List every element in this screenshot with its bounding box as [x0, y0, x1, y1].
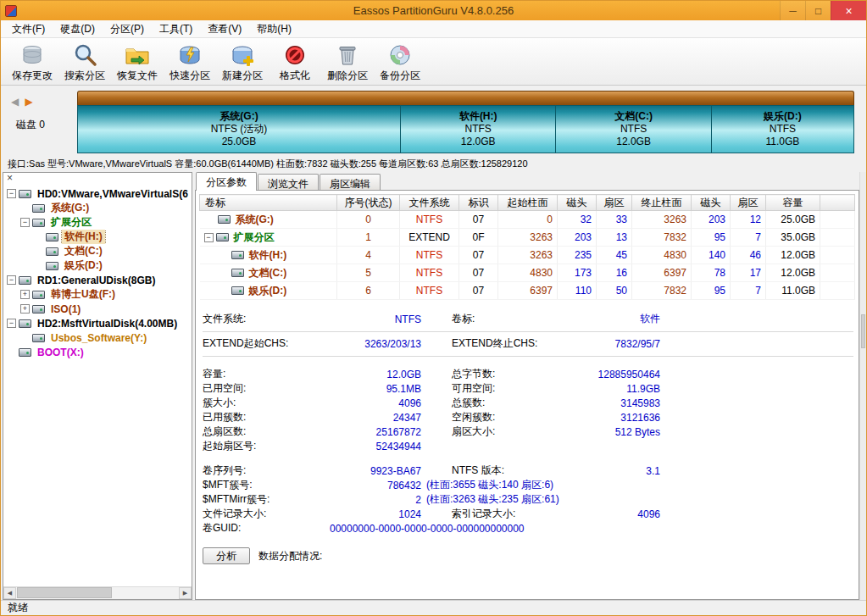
toolbar-delete-partition-button[interactable]: 删除分区: [321, 40, 374, 85]
tree-item-rd1[interactable]: −RD1:GeneralUDisk(8GB): [3, 273, 192, 287]
expander-icon[interactable]: +: [20, 304, 30, 314]
save-icon: [19, 42, 45, 68]
overview-partition-0[interactable]: 系统(G:)NTFS (活动)25.0GB: [78, 106, 401, 153]
analyze-button[interactable]: 分析: [203, 547, 250, 564]
expander-icon[interactable]: −: [20, 218, 30, 227]
detail-label: EXTEND终止CHS:: [452, 336, 579, 351]
scroll-right-icon[interactable]: ▶: [179, 587, 192, 599]
detail-value: 00000000-0000-0000-0000-000000000000: [328, 523, 859, 535]
table-cell: 3263: [498, 229, 558, 247]
overview-partition-3[interactable]: 娱乐(D:)NTFS11.0GB: [712, 106, 853, 153]
toolbar-search-partition-button[interactable]: 搜索分区: [58, 40, 111, 85]
table-cell: NTFS: [400, 247, 459, 264]
table-cell: 12: [731, 211, 766, 229]
toolbar-format-button[interactable]: 格式化: [269, 40, 321, 85]
table-cell: 12.0GB: [766, 264, 820, 282]
detail-value-extra: (柱面:3655 磁头:140 扇区:6): [421, 478, 859, 492]
tree-horizontal-scrollbar[interactable]: ◀ ▶: [3, 586, 192, 599]
column-header-4: 起始柱面: [498, 195, 558, 211]
expander-icon[interactable]: −: [7, 275, 16, 285]
tab-sector-edit[interactable]: 扇区编辑: [320, 174, 381, 191]
detail-label: EXTEND起始CHS:: [203, 336, 328, 351]
partition-name-cell: 软件(H:): [200, 247, 337, 264]
right-splitter[interactable]: [859, 172, 866, 600]
partition-size: 25.0GB: [222, 136, 257, 148]
table-cell: 33: [597, 211, 632, 229]
scrollbar-thumb[interactable]: [17, 587, 112, 598]
table-row-docs-c[interactable]: 文档(C:)5NTFS074830173166397781712.0GB: [200, 264, 855, 282]
detail-label: NTFS 版本:: [452, 463, 579, 478]
expander-icon[interactable]: −: [7, 189, 16, 198]
partition-name-wrap: 软件(H:): [204, 248, 333, 263]
detail-row: EXTEND起始CHS:3263/203/13EXTEND终止CHS:7832/…: [203, 333, 853, 357]
toolbar-new-partition-button[interactable]: 新建分区: [216, 40, 269, 85]
table-row-software-h[interactable]: 软件(H:)4NTFS0732632354548301404612.0GB: [200, 247, 855, 264]
detail-label: 簇大小:: [203, 396, 328, 410]
menu-help[interactable]: 帮助(H): [249, 20, 299, 38]
minimize-button[interactable]: ─: [780, 1, 805, 20]
menubar: 文件(F)硬盘(D)分区(P)工具(T)查看(V)帮助(H): [1, 20, 866, 38]
tree-item-boot-x[interactable]: BOOT(X:): [3, 345, 192, 359]
disk-bar[interactable]: [77, 91, 854, 105]
menu-file[interactable]: 文件(F): [4, 20, 53, 38]
tree-item-hd2[interactable]: −HD2:MsftVirtualDisk(4.00MB): [3, 316, 192, 330]
detail-label: 已用簇数:: [203, 410, 328, 425]
table-row-entertainment-d[interactable]: 娱乐(D:)6NTFS07639711050783295711.0GB: [200, 282, 855, 300]
tree-item-hanboshi-f[interactable]: +韩博士U盘(F:): [3, 287, 192, 302]
table-cell: 4: [337, 247, 400, 264]
expander-icon[interactable]: +: [20, 290, 30, 299]
table-row-system-g[interactable]: 系统(G:)0NTFS070323332632031225.0GB: [200, 211, 855, 229]
drive-icon: [32, 305, 45, 314]
table-cell: 0: [337, 211, 400, 229]
column-header-5: 磁头: [558, 195, 597, 211]
detail-row: 卷GUID:00000000-0000-0000-0000-0000000000…: [203, 521, 859, 536]
toolbar-quick-partition-button[interactable]: 快速分区: [164, 40, 216, 85]
detail-value: 3263/203/13: [328, 338, 421, 350]
partition-name: 系统(G:): [220, 110, 258, 123]
close-button[interactable]: ×: [831, 1, 866, 20]
detail-label: 总扇区数:: [203, 425, 328, 439]
panel-close-icon[interactable]: ×: [3, 173, 192, 185]
tree-item-usbos-y[interactable]: Usbos_Software(Y:): [3, 330, 192, 345]
menu-view[interactable]: 查看(V): [200, 20, 249, 38]
drive-icon: [32, 204, 45, 213]
tab-browse-files[interactable]: 浏览文件: [258, 174, 319, 191]
menu-partition[interactable]: 分区(P): [103, 20, 152, 38]
detail-row: 簇大小:4096总簇数:3145983: [203, 396, 859, 410]
tree-item-label: 扩展分区: [48, 215, 94, 230]
tree-item-extended-partition[interactable]: −扩展分区: [3, 215, 192, 230]
tree-item-docs-c[interactable]: 文档(C:): [3, 244, 192, 258]
toolbar-save-changes-button[interactable]: 保存更改: [6, 40, 58, 85]
table-row-extended-partition[interactable]: −扩展分区1EXTEND0F326320313783295735.0GB: [200, 229, 855, 247]
detail-value: 12.0GB: [328, 369, 421, 380]
toolbar-recover-files-button[interactable]: 恢复文件: [111, 40, 164, 85]
maximize-button[interactable]: □: [805, 1, 831, 20]
toolbar-backup-partition-button[interactable]: 备份分区: [374, 40, 426, 85]
tree-item-system-g[interactable]: 系统(G:): [3, 201, 192, 215]
tree-item-software-h[interactable]: 软件(H:): [3, 230, 192, 244]
overview-partition-1[interactable]: 软件(H:)NTFS12.0GB: [401, 106, 556, 153]
table-cell: 7832: [632, 282, 692, 300]
table-cell: 6397: [498, 282, 558, 300]
detail-label: 起始扇区号:: [203, 439, 328, 453]
tree-item-entertainment-d[interactable]: 娱乐(D:): [3, 258, 192, 273]
table-cell: 35.0GB: [766, 229, 820, 247]
splitter-handle-icon[interactable]: [861, 314, 865, 348]
overview-partition-2[interactable]: 文档(C:)NTFS12.0GB: [556, 106, 711, 153]
tree-item-iso1[interactable]: +ISO(1): [3, 302, 192, 316]
tree-item-label: ISO(1): [48, 303, 83, 315]
menu-disk[interactable]: 硬盘(D): [53, 20, 103, 38]
prev-disk-arrow-icon[interactable]: ◀: [11, 96, 19, 108]
menu-tools[interactable]: 工具(T): [152, 20, 200, 38]
expander-icon[interactable]: −: [204, 233, 214, 242]
table-cell: NTFS: [400, 282, 459, 300]
tab-partition-params[interactable]: 分区参数: [196, 172, 257, 191]
next-disk-arrow-icon[interactable]: ▶: [25, 96, 33, 108]
tree-item-hd0[interactable]: −HD0:VMware,VMwareVirtualS(6: [3, 186, 192, 201]
detail-label: $MFTMirr簇号:: [203, 492, 328, 507]
expander-icon[interactable]: −: [7, 319, 16, 328]
scrollbar-track[interactable]: [16, 587, 179, 599]
scroll-left-icon[interactable]: ◀: [3, 587, 16, 599]
toolbar-button-label: 新建分区: [222, 69, 263, 83]
table-cell: 07: [459, 264, 498, 282]
